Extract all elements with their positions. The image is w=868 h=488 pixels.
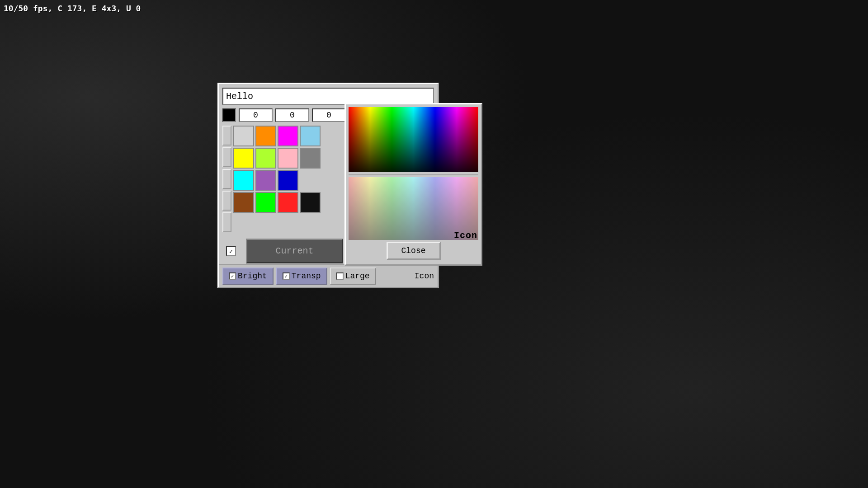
- large-checkbox: [336, 272, 344, 280]
- bright-toggle[interactable]: Bright: [222, 267, 274, 285]
- swatch-purple[interactable]: [255, 170, 276, 191]
- swatch-pink[interactable]: [278, 148, 298, 169]
- icon-label: Icon: [415, 272, 434, 281]
- side-btn-4[interactable]: [222, 191, 231, 211]
- r-input[interactable]: [239, 108, 273, 122]
- side-buttons: [222, 126, 231, 263]
- swatches-grid: [233, 126, 343, 235]
- swatch-yellow-green[interactable]: [255, 148, 276, 169]
- transp-label: Transp: [292, 272, 321, 281]
- side-btn-5[interactable]: [222, 212, 231, 232]
- bottom-checkbox[interactable]: [226, 246, 236, 256]
- transp-checkbox: [283, 272, 290, 280]
- g-input[interactable]: [275, 108, 309, 122]
- swatch-brown[interactable]: [233, 192, 254, 213]
- swatch-black[interactable]: [300, 192, 321, 213]
- bottom-toolbar: Bright Transp Large Icon: [219, 264, 438, 287]
- swatch-orange[interactable]: [255, 126, 276, 146]
- side-btn-1[interactable]: [222, 126, 231, 145]
- bright-checkbox: [229, 272, 236, 280]
- large-toggle[interactable]: Large: [330, 267, 376, 285]
- text-input-row: [222, 88, 434, 105]
- swatch-empty: [300, 170, 321, 191]
- swatch-green[interactable]: [255, 192, 276, 213]
- swatch-gray[interactable]: [300, 148, 321, 169]
- popup-close-button[interactable]: Close: [387, 242, 441, 260]
- transp-toggle[interactable]: Transp: [276, 267, 327, 285]
- spectrum-top[interactable]: [349, 107, 478, 172]
- side-btn-2[interactable]: [222, 147, 231, 167]
- large-label: Large: [345, 272, 370, 281]
- popup-close-area: Close: [349, 242, 478, 262]
- popup-icon-label: Icon: [454, 230, 477, 241]
- swatch-cyan[interactable]: [233, 170, 254, 191]
- color-picker-popup: Close Icon: [344, 103, 482, 266]
- color-preview: [222, 108, 236, 122]
- side-btn-3[interactable]: [222, 169, 231, 189]
- swatch-sky-blue[interactable]: [300, 126, 321, 146]
- swatch-red[interactable]: [278, 192, 298, 213]
- swatch-blue[interactable]: [278, 170, 298, 191]
- swatch-light-gray[interactable]: [233, 126, 254, 146]
- debug-text: 10/50 fps, C 173, E 4x3, U 0: [4, 4, 141, 13]
- swatch-magenta[interactable]: [278, 126, 298, 146]
- b-input[interactable]: [312, 108, 346, 122]
- swatch-yellow[interactable]: [233, 148, 254, 169]
- text-input[interactable]: [222, 88, 434, 105]
- current-button[interactable]: Current: [246, 239, 343, 263]
- bright-label: Bright: [238, 272, 267, 281]
- spectrum-divider: [349, 174, 478, 176]
